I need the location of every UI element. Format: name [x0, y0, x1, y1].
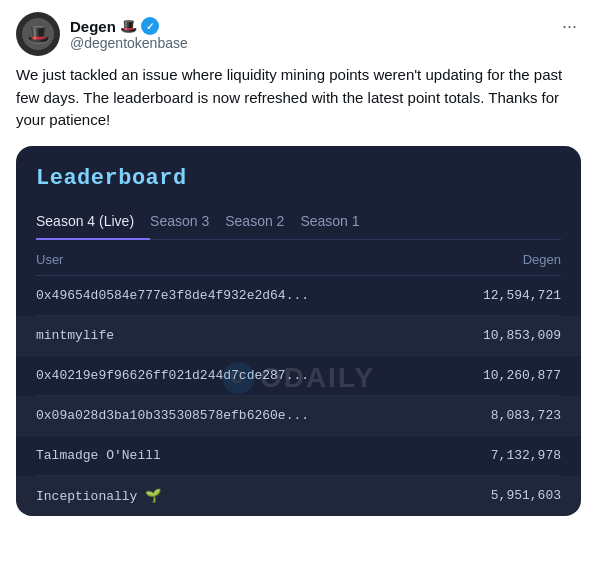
tab-season1[interactable]: Season 1	[300, 205, 375, 239]
table-row: 0x09a028d3ba10b335308578efb6260e... 8,08…	[16, 396, 581, 436]
table-row: Inceptionally 🌱 5,951,603	[16, 476, 581, 516]
author-name-row: Degen 🎩 ✓	[70, 17, 188, 35]
table-row: mintmylife 10,853,009	[16, 316, 581, 356]
table-header: User Degen	[36, 240, 561, 276]
more-options-button[interactable]: ···	[558, 12, 581, 41]
avatar-image: 🎩	[22, 18, 54, 50]
row-degen: 12,594,721	[483, 288, 561, 303]
tabs: Season 4 (Live) Season 3 Season 2 Season…	[36, 205, 561, 240]
table-row: Talmadge O'Neill 7,132,978	[36, 436, 561, 476]
row-degen: 8,083,723	[491, 408, 561, 423]
avatar: 🎩	[16, 12, 60, 56]
row-degen: 7,132,978	[491, 448, 561, 463]
tab-season3[interactable]: Season 3	[150, 205, 225, 239]
row-user: Talmadge O'Neill	[36, 448, 161, 463]
hat-emoji: 🎩	[120, 18, 137, 34]
leaderboard-body: O ODAILY User Degen 0x49654d0584e777e3f8…	[36, 240, 561, 516]
verified-badge: ✓	[141, 17, 159, 35]
row-degen: 5,951,603	[491, 488, 561, 503]
tweet-author: 🎩 Degen 🎩 ✓ @degentokenbase	[16, 12, 188, 56]
tweet-text: We just tackled an issue where liquidity…	[16, 64, 581, 132]
tab-season2[interactable]: Season 2	[225, 205, 300, 239]
row-degen: 10,260,877	[483, 368, 561, 383]
row-user: 0x09a028d3ba10b335308578efb6260e...	[36, 408, 309, 423]
author-info: Degen 🎩 ✓ @degentokenbase	[70, 17, 188, 51]
table-row: 0x40219e9f96626ff021d244d7cde287... 10,2…	[36, 356, 561, 396]
leaderboard-table: User Degen 0x49654d0584e777e3f8de4f932e2…	[36, 240, 561, 516]
author-name: Degen	[70, 18, 116, 35]
author-handle: @degentokenbase	[70, 35, 188, 51]
leaderboard-title: Leaderboard	[36, 166, 561, 191]
col-header-degen: Degen	[523, 252, 561, 267]
tweet-header: 🎩 Degen 🎩 ✓ @degentokenbase ···	[16, 12, 581, 56]
row-user: 0x49654d0584e777e3f8de4f932e2d64...	[36, 288, 309, 303]
row-user: Inceptionally 🌱	[36, 488, 161, 504]
col-header-user: User	[36, 252, 63, 267]
row-user: mintmylife	[36, 328, 114, 343]
row-degen: 10,853,009	[483, 328, 561, 343]
row-user: 0x40219e9f96626ff021d244d7cde287...	[36, 368, 309, 383]
leaderboard-card: Leaderboard Season 4 (Live) Season 3 Sea…	[16, 146, 581, 516]
table-row: 0x49654d0584e777e3f8de4f932e2d64... 12,5…	[36, 276, 561, 316]
tab-season4[interactable]: Season 4 (Live)	[36, 205, 150, 239]
